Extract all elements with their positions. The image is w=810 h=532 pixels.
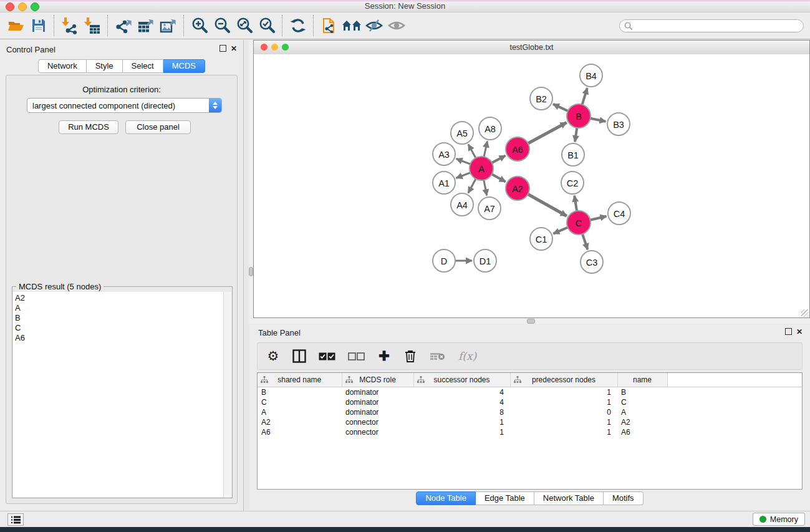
task-history-button[interactable]: [7, 513, 24, 526]
zoom-fit-button[interactable]: [233, 15, 256, 36]
network-graph[interactable]: B4B2BB3A8A5A6A3B1AA1C2A2A4A7C4CC1C3DD1: [254, 54, 809, 317]
select-all-button[interactable]: [319, 349, 335, 364]
horizontal-scroll-thumb[interactable]: [527, 319, 535, 324]
tab-style[interactable]: Style: [87, 59, 123, 73]
table-cell[interactable]: connector: [342, 427, 413, 437]
tab-edge-table[interactable]: Edge Table: [476, 491, 534, 505]
table-cell[interactable]: A: [617, 407, 667, 417]
close-traffic-light[interactable]: [6, 2, 14, 11]
table-cell[interactable]: C: [258, 397, 342, 407]
table-cell[interactable]: 1: [413, 427, 510, 437]
table-cell[interactable]: B: [258, 387, 342, 398]
column-header-successor-nodes[interactable]: successor nodes: [413, 373, 510, 387]
graph-node-B2[interactable]: B2: [530, 87, 552, 110]
table-cell[interactable]: C: [617, 397, 667, 407]
float-panel-icon[interactable]: [785, 328, 792, 335]
graph-node-C1[interactable]: C1: [530, 228, 552, 250]
result-scrollbar[interactable]: [223, 292, 231, 497]
tab-motifs[interactable]: Motifs: [604, 491, 644, 505]
graph-node-A[interactable]: A: [470, 157, 493, 180]
graph-node-B4[interactable]: B4: [580, 64, 602, 87]
tab-node-table[interactable]: Node Table: [416, 491, 476, 505]
refresh-layout-button[interactable]: [287, 15, 309, 36]
graph-node-A2[interactable]: A2: [506, 177, 529, 200]
import-network-button[interactable]: [59, 15, 81, 36]
result-list-item[interactable]: A2: [15, 293, 224, 303]
table-cell[interactable]: 1: [510, 397, 617, 407]
network-from-selection-button[interactable]: [318, 15, 340, 36]
import-table-button[interactable]: [81, 15, 104, 36]
graph-node-C4[interactable]: C4: [608, 202, 630, 225]
graph-node-C2[interactable]: C2: [561, 172, 584, 194]
save-session-button[interactable]: [27, 15, 50, 36]
column-browser-button[interactable]: [292, 349, 306, 364]
graph-node-C[interactable]: C: [567, 211, 591, 235]
delete-column-button[interactable]: [403, 349, 417, 364]
graph-node-A6[interactable]: A6: [506, 137, 529, 161]
table-cell[interactable]: 1: [413, 417, 510, 427]
table-cell[interactable]: 0: [510, 407, 617, 417]
tab-network-table[interactable]: Network Table: [534, 491, 604, 505]
graph-node-D[interactable]: D: [433, 249, 455, 272]
table-cell[interactable]: 1: [510, 387, 617, 398]
tab-mcds[interactable]: MCDS: [163, 59, 205, 73]
graph-node-B[interactable]: B: [567, 104, 591, 128]
hide-selected-button[interactable]: [363, 15, 385, 36]
result-list-item[interactable]: B: [15, 313, 224, 323]
table-cell[interactable]: A2: [617, 417, 667, 427]
table-row[interactable]: Adominator80A: [258, 407, 802, 417]
graph-node-D1[interactable]: D1: [474, 249, 496, 272]
open-session-button[interactable]: [5, 15, 27, 36]
graph-node-A4[interactable]: A4: [451, 193, 473, 216]
table-cell[interactable]: 4: [413, 387, 510, 398]
tab-network[interactable]: Network: [38, 59, 87, 73]
mcds-result-list[interactable]: A2ABCA6: [13, 292, 224, 497]
close-panel-icon[interactable]: ✕: [796, 329, 803, 335]
table-row[interactable]: Bdominator41B: [258, 387, 802, 398]
close-panel-button[interactable]: Close panel: [125, 120, 191, 134]
table-cell[interactable]: dominator: [342, 387, 413, 398]
optimization-criterion-select[interactable]: largest connected component (directed): [27, 98, 222, 113]
table-row[interactable]: Cdominator41C: [258, 397, 802, 407]
zoom-in-button[interactable]: [188, 15, 211, 36]
search-field[interactable]: [619, 19, 804, 32]
graph-node-B1[interactable]: B1: [562, 143, 584, 166]
table-cell[interactable]: 1: [510, 417, 617, 427]
resize-grip[interactable]: [801, 309, 809, 317]
table-row[interactable]: A6connector11A6: [258, 427, 802, 437]
table-cell[interactable]: B: [617, 387, 667, 398]
export-network-button[interactable]: [112, 15, 135, 36]
column-header-mcds-role[interactable]: MCDS role: [342, 373, 413, 387]
minimize-traffic-light[interactable]: [18, 2, 27, 11]
network-zoom-traffic-light[interactable]: [282, 44, 289, 51]
add-column-button[interactable]: ✚: [377, 349, 391, 364]
network-window-titlebar[interactable]: testGlobe.txt: [254, 41, 809, 55]
zoom-traffic-light[interactable]: [31, 2, 39, 11]
run-mcds-button[interactable]: Run MCDS: [59, 120, 118, 134]
result-list-item[interactable]: A6: [15, 333, 224, 343]
close-panel-icon[interactable]: ✕: [231, 46, 237, 52]
first-neighbors-button[interactable]: [340, 15, 363, 36]
graph-node-A3[interactable]: A3: [433, 143, 455, 165]
graph-node-A5[interactable]: A5: [451, 122, 473, 144]
table-cell[interactable]: 4: [413, 397, 510, 407]
network-close-traffic-light[interactable]: [261, 44, 268, 51]
deselect-all-button[interactable]: [348, 349, 365, 364]
zoom-selected-button[interactable]: [256, 15, 278, 36]
table-cell[interactable]: dominator: [342, 407, 413, 417]
memory-button[interactable]: Memory: [753, 513, 805, 526]
vertical-scroll-thumb[interactable]: [249, 267, 253, 276]
table-cell[interactable]: A2: [258, 417, 342, 427]
function-builder-button[interactable]: f(x): [458, 349, 476, 364]
tab-select[interactable]: Select: [123, 59, 163, 73]
network-canvas[interactable]: B4B2BB3A8A5A6A3B1AA1C2A2A4A7C4CC1C3DD1: [254, 54, 809, 317]
float-panel-icon[interactable]: [219, 45, 226, 52]
table-cell[interactable]: connector: [342, 417, 413, 427]
result-list-item[interactable]: A: [15, 303, 224, 313]
graph-node-A8[interactable]: A8: [479, 117, 501, 140]
column-header-predecessor-nodes[interactable]: predecessor nodes: [510, 373, 617, 387]
table-cell[interactable]: 8: [413, 407, 510, 417]
column-header-name[interactable]: name: [617, 373, 667, 387]
zoom-out-button[interactable]: [211, 15, 233, 36]
table-settings-button[interactable]: ⚙: [266, 349, 280, 364]
